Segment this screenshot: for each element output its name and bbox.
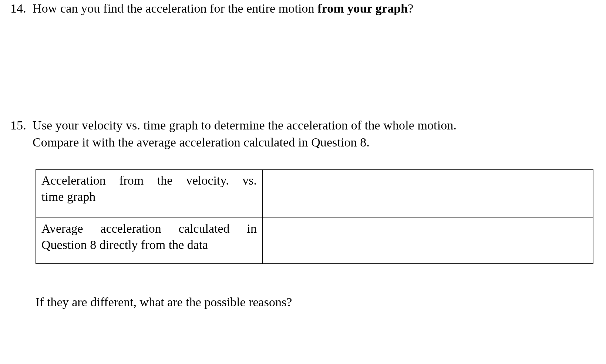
table-row: Acceleration from the velocity. vs. time…	[36, 170, 593, 218]
worksheet-page: 14.How can you find the acceleration for…	[0, 0, 606, 309]
q14-text-after: ?	[408, 1, 413, 15]
row1-label-cell: Acceleration from the velocity. vs. time…	[36, 170, 262, 218]
row2-value-cell	[262, 218, 593, 264]
q15-followup: If they are different, what are the poss…	[36, 295, 599, 309]
q14-body: How can you find the acceleration for th…	[33, 0, 595, 17]
question-15: 15.Use your velocity vs. time graph to d…	[10, 117, 599, 151]
row1-value-cell	[262, 170, 593, 218]
q15-line2: Compare it with the average acceleration…	[33, 135, 370, 149]
q15-line1: Use your velocity vs. time graph to dete…	[33, 118, 457, 132]
q14-bold: from your graph	[317, 1, 408, 15]
row2-label-cell: Average acceleration calculated in Quest…	[36, 218, 262, 264]
q15-number: 15.	[10, 117, 33, 134]
row1-label-line2: time graph	[41, 189, 257, 205]
table-row: Average acceleration calculated in Quest…	[36, 218, 593, 264]
q14-text-before: How can you find the acceleration for th…	[33, 1, 317, 15]
answer-table-wrap: Acceleration from the velocity. vs. time…	[36, 169, 593, 264]
answer-table: Acceleration from the velocity. vs. time…	[36, 169, 593, 264]
row2-label-line2: Question 8 directly from the data	[41, 237, 257, 253]
row1-label-line1: Acceleration from the velocity. vs.	[41, 173, 257, 187]
q15-body: Use your velocity vs. time graph to dete…	[33, 117, 595, 151]
row2-label-line1: Average acceleration calculated in	[41, 222, 257, 235]
q14-number: 14.	[10, 0, 33, 17]
question-14: 14.How can you find the acceleration for…	[10, 0, 599, 17]
